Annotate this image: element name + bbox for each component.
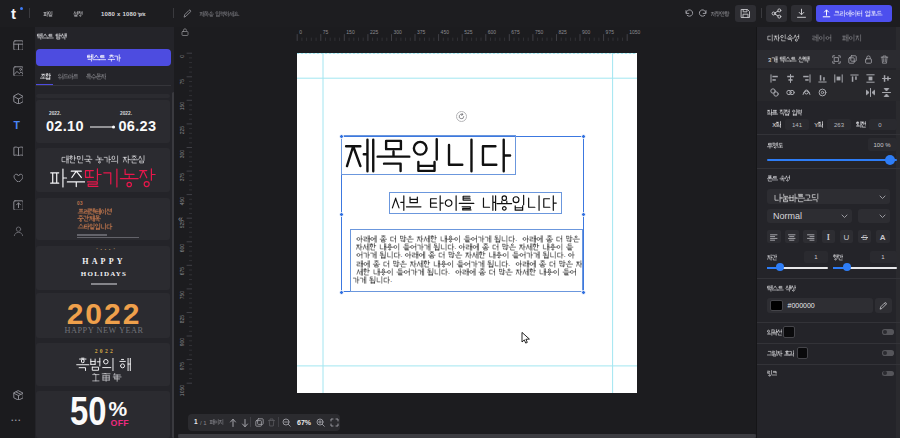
svg-text:.: . (238, 11, 239, 17)
svg-text:X: X (772, 122, 776, 128)
svg-text:3: 3 (768, 56, 771, 62)
svg-text:Y: Y (814, 122, 818, 128)
